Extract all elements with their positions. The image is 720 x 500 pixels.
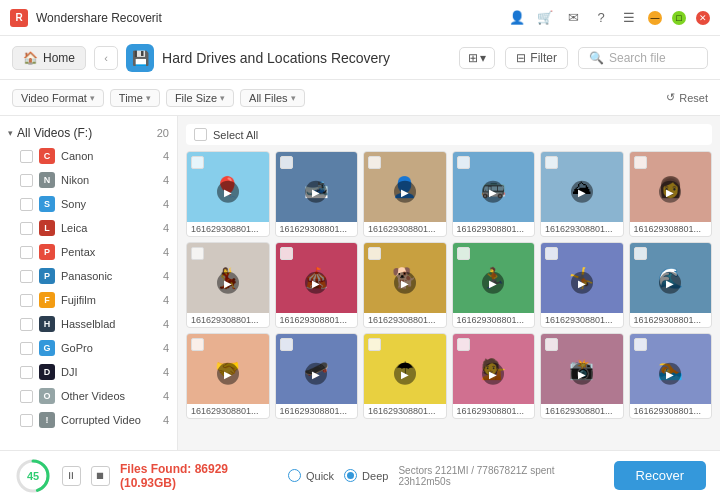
video-thumbnail[interactable]: 💃 ▶ 161629308801...	[186, 242, 270, 328]
search-icon: 🔍	[589, 51, 604, 65]
reset-label: Reset	[679, 92, 708, 104]
minimize-button[interactable]: —	[648, 11, 662, 25]
home-button[interactable]: 🏠 Home	[12, 46, 86, 70]
sidebar-item-checkbox[interactable]	[20, 342, 33, 355]
thumb-checkbox[interactable]	[191, 247, 204, 260]
maximize-button[interactable]: □	[672, 11, 686, 25]
video-thumbnail[interactable]: 🤸 ▶ 161629308801...	[540, 242, 624, 328]
help-icon[interactable]: ?	[592, 9, 610, 27]
time-filter[interactable]: Time ▾	[110, 89, 160, 107]
video-thumbnail[interactable]: 🚌 ▶ 161629308801...	[452, 151, 536, 237]
cart-icon[interactable]: 🛒	[536, 9, 554, 27]
video-thumbnail[interactable]: 📸 ▶ 161629308801...	[540, 333, 624, 419]
dropdown-arrow-icon: ▾	[220, 93, 225, 103]
video-thumbnail[interactable]: 🏃 ▶ 161629308801...	[452, 242, 536, 328]
sidebar-item-nikon[interactable]: N Nikon 4	[0, 168, 177, 192]
sidebar-item-checkbox[interactable]	[20, 270, 33, 283]
sidebar-item-hasselblad[interactable]: H Hasselblad 4	[0, 312, 177, 336]
file-size-filter[interactable]: File Size ▾	[166, 89, 234, 107]
thumb-checkbox[interactable]	[280, 156, 293, 169]
sidebar-item-checkbox[interactable]	[20, 222, 33, 235]
thumb-checkbox[interactable]	[457, 338, 470, 351]
pause-button[interactable]: ⏸	[62, 466, 81, 486]
back-icon: ‹	[104, 52, 108, 64]
user-icon[interactable]: 👤	[508, 9, 526, 27]
sidebar-item-canon[interactable]: C Canon 4	[0, 144, 177, 168]
video-format-filter[interactable]: Video Format ▾	[12, 89, 104, 107]
sidebar-item-sony[interactable]: S Sony 4	[0, 192, 177, 216]
reset-button[interactable]: ↺ Reset	[666, 91, 708, 104]
play-icon: ▶	[482, 363, 504, 385]
thumb-checkbox[interactable]	[280, 338, 293, 351]
video-thumbnail[interactable]: 🛹 ▶ 161629308801...	[275, 333, 359, 419]
thumb-label: 161629308801...	[364, 404, 446, 418]
video-thumbnail[interactable]: 💁 ▶ 161629308801...	[452, 333, 536, 419]
video-thumbnail[interactable]: 🎈 ▶ 161629308801...	[186, 151, 270, 237]
sidebar-item-checkbox[interactable]	[20, 366, 33, 379]
stop-button[interactable]: ⏹	[91, 466, 110, 486]
sidebar-item-gopro[interactable]: G GoPro 4	[0, 336, 177, 360]
view-toggle-button[interactable]: ⊞ ▾	[459, 47, 495, 69]
sidebar-item-fujifilm[interactable]: F Fujifilm 4	[0, 288, 177, 312]
thumb-checkbox[interactable]	[634, 156, 647, 169]
thumb-checkbox[interactable]	[634, 338, 647, 351]
quick-label: Quick	[306, 470, 334, 482]
dropdown-arrow-icon: ▾	[480, 51, 486, 65]
video-thumbnail[interactable]: ☂ ▶ 161629308801...	[363, 333, 447, 419]
sidebar-group-all-videos[interactable]: ▾ All Videos (F:) 20	[0, 122, 177, 144]
brand-icon: O	[39, 388, 55, 404]
sidebar-item-other-videos[interactable]: O Other Videos 4	[0, 384, 177, 408]
thumb-checkbox[interactable]	[368, 156, 381, 169]
video-thumbnail[interactable]: 👩 ▶ 161629308801...	[629, 151, 713, 237]
thumb-checkbox[interactable]	[457, 247, 470, 260]
video-thumbnail[interactable]: 👤 ▶ 161629308801...	[363, 151, 447, 237]
play-icon: ▶	[571, 272, 593, 294]
thumb-label: 161629308801...	[630, 404, 712, 418]
sidebar-item-checkbox[interactable]	[20, 246, 33, 259]
thumb-checkbox[interactable]	[634, 247, 647, 260]
video-thumbnail[interactable]: 🎪 ▶ 161629308801...	[275, 242, 359, 328]
thumb-checkbox[interactable]	[368, 338, 381, 351]
video-thumbnail[interactable]: 🐕 ▶ 161629308801...	[363, 242, 447, 328]
sidebar-item-corrupted-video[interactable]: ! Corrupted Video 4	[0, 408, 177, 432]
thumb-checkbox[interactable]	[545, 247, 558, 260]
sidebar-item-checkbox[interactable]	[20, 150, 33, 163]
sidebar-item-panasonic[interactable]: P Panasonic 4	[0, 264, 177, 288]
back-button[interactable]: ‹	[94, 46, 118, 70]
sidebar-item-checkbox[interactable]	[20, 414, 33, 427]
sidebar-item-checkbox[interactable]	[20, 390, 33, 403]
thumb-checkbox[interactable]	[457, 156, 470, 169]
thumb-checkbox[interactable]	[545, 156, 558, 169]
sidebar-item-count: 4	[163, 174, 169, 186]
deep-scan-mode[interactable]: Deep	[344, 469, 388, 482]
thumb-checkbox[interactable]	[368, 247, 381, 260]
video-thumbnail[interactable]: 🏊 ▶ 161629308801...	[629, 333, 713, 419]
sidebar-item-pentax[interactable]: P Pentax 4	[0, 240, 177, 264]
recover-button[interactable]: Recover	[614, 461, 706, 490]
video-thumbnail[interactable]: ⛰ ▶ 161629308801...	[540, 151, 624, 237]
sidebar-item-checkbox[interactable]	[20, 198, 33, 211]
quick-scan-mode[interactable]: Quick	[288, 469, 334, 482]
email-icon[interactable]: ✉	[564, 9, 582, 27]
sidebar-item-leica[interactable]: L Leica 4	[0, 216, 177, 240]
video-thumbnail[interactable]: 🤝 ▶ 161629308801...	[186, 333, 270, 419]
sidebar-item-checkbox[interactable]	[20, 174, 33, 187]
all-files-filter[interactable]: All Files ▾	[240, 89, 305, 107]
sidebar-item-dji[interactable]: D DJI 4	[0, 360, 177, 384]
video-thumbnail[interactable]: 🌊 ▶ 161629308801...	[629, 242, 713, 328]
select-all-checkbox[interactable]	[194, 128, 207, 141]
search-box[interactable]: 🔍 Search file	[578, 47, 708, 69]
video-thumbnail[interactable]: 🎿 ▶ 161629308801...	[275, 151, 359, 237]
sidebar-item-checkbox[interactable]	[20, 318, 33, 331]
menu-icon[interactable]: ☰	[620, 9, 638, 27]
thumb-checkbox[interactable]	[191, 338, 204, 351]
thumb-checkbox[interactable]	[545, 338, 558, 351]
play-icon: ▶	[217, 272, 239, 294]
close-button[interactable]: ✕	[696, 11, 710, 25]
sidebar-item-checkbox[interactable]	[20, 294, 33, 307]
filter-button[interactable]: ⊟ Filter	[505, 47, 568, 69]
sidebar-item-label: Hasselblad	[61, 318, 157, 330]
thumb-checkbox[interactable]	[280, 247, 293, 260]
thumb-checkbox[interactable]	[191, 156, 204, 169]
sidebar-item-label: Nikon	[61, 174, 157, 186]
